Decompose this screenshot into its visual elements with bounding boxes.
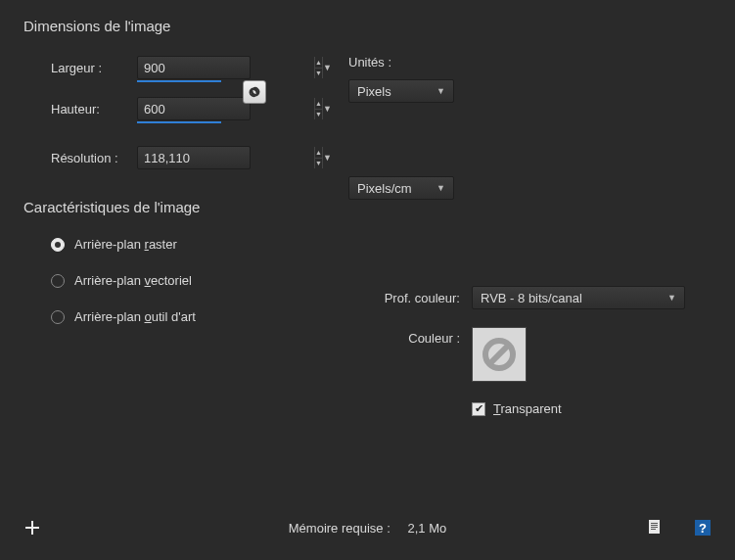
transparent-label: Transparent [493,401,562,416]
units-label: Unités : [348,55,454,70]
svg-text:?: ? [699,521,707,536]
help-icon[interactable]: ? [694,519,712,537]
svg-line-1 [489,345,509,364]
units-block: Unités : Pixels ▼ [348,55,454,103]
depth-dropdown[interactable]: RVB - 8 bits/canal ▼ [472,286,685,309]
units-dropdown[interactable]: Pixels ▼ [348,79,454,103]
units-value: Pixels [357,84,391,99]
height-preset-dropdown-icon[interactable]: ▼ [322,98,332,119]
radio-icon [51,310,65,324]
memory-value: 2,1 Mo [407,521,446,536]
transparent-checkbox[interactable]: ✔ [472,402,485,416]
resolution-input[interactable] [138,147,314,168]
resolution-step-up-icon[interactable]: ▲ [315,147,322,159]
radio-bg-art-label: Arrière-plan outil d'art [74,309,196,324]
width-input[interactable] [138,57,314,78]
chevron-down-icon: ▼ [436,183,445,193]
radio-bg-raster[interactable]: Arrière-plan raster [23,237,719,252]
dimensions-title: Dimensions de l'image [23,18,719,34]
characteristics-right: Prof. couleur: RVB - 8 bits/canal ▼ Coul… [352,286,685,416]
height-spinner[interactable]: ▲ ▼ ▼ [137,97,251,120]
width-label: Largeur : [51,61,137,75]
link-dimensions-icon[interactable] [243,80,266,104]
color-label: Couleur : [352,327,460,346]
svg-rect-5 [651,527,658,528]
characteristics-title: Caractéristiques de l'image [23,199,719,215]
depth-label: Prof. couleur: [352,291,460,305]
resolution-label: Résolution : [51,151,137,165]
resolution-preset-dropdown-icon[interactable]: ▼ [322,147,332,168]
height-step-up-icon[interactable]: ▲ [315,98,322,110]
memory-required: Mémoire requise : 2,1 Mo [289,521,446,536]
svg-rect-4 [651,525,658,526]
no-color-icon [480,335,519,374]
width-step-down-icon[interactable]: ▼ [315,69,322,79]
resolution-units-block: Pixels/cm ▼ [348,176,454,200]
resolution-row: Résolution : ▲ ▼ ▼ [23,146,719,169]
width-preset-dropdown-icon[interactable]: ▼ [322,57,332,78]
height-label: Hauteur: [51,102,137,117]
height-step-down-icon[interactable]: ▼ [315,110,322,120]
radio-icon [51,238,65,252]
memory-label: Mémoire requise : [289,521,390,536]
height-input[interactable] [138,98,314,119]
width-spinner[interactable]: ▲ ▼ ▼ [137,56,251,79]
radio-bg-raster-label: Arrière-plan raster [74,237,177,252]
add-icon[interactable] [23,519,41,537]
svg-rect-3 [651,523,658,524]
chevron-down-icon: ▼ [667,293,676,303]
chevron-down-icon: ▼ [436,86,445,96]
resolution-spinner[interactable]: ▲ ▼ ▼ [137,146,251,169]
width-step-up-icon[interactable]: ▲ [315,57,322,69]
depth-value: RVB - 8 bits/canal [481,291,582,305]
radio-bg-vector-label: Arrière-plan vectoriel [74,273,192,288]
color-swatch[interactable] [472,327,527,382]
resolution-step-down-icon[interactable]: ▼ [315,159,322,169]
resolution-units-value: Pixels/cm [357,181,412,196]
svg-rect-6 [651,529,656,530]
resolution-units-dropdown[interactable]: Pixels/cm ▼ [348,176,454,200]
footer: Mémoire requise : 2,1 Mo ? [0,519,735,537]
radio-icon [51,274,65,288]
preset-icon[interactable] [647,519,665,537]
